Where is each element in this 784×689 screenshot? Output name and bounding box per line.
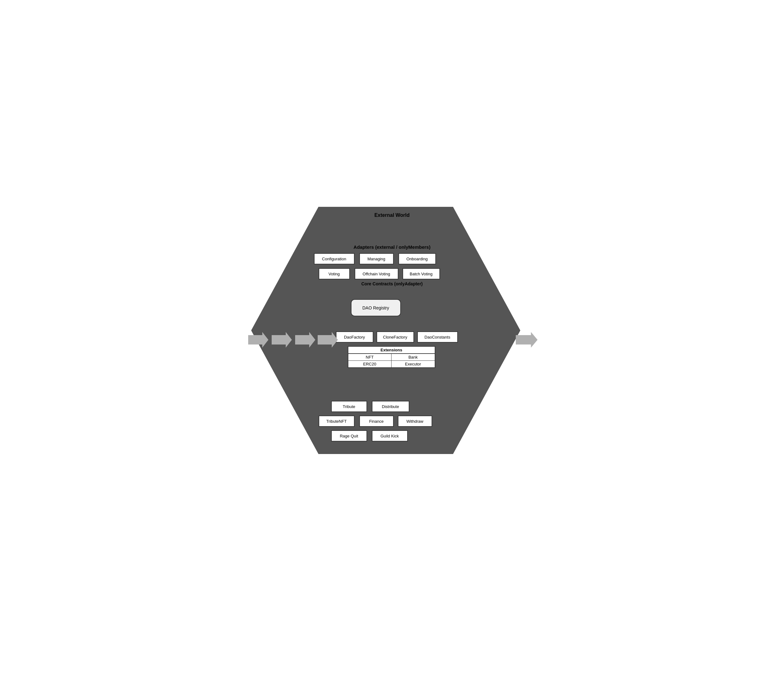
arrow-right-large bbox=[516, 332, 538, 348]
offchain-voting-box: Offchain Voting bbox=[354, 268, 399, 280]
distribute-box: Distribute bbox=[372, 401, 409, 412]
daofactory-box: DaoFactory bbox=[336, 331, 373, 343]
adapters-label: Adapters (external / onlyMembers) bbox=[314, 244, 470, 250]
voting-box: Voting bbox=[319, 268, 350, 280]
managing-box: Managing bbox=[359, 253, 394, 265]
tribute-box: Tribute bbox=[331, 401, 367, 412]
diagram-container: External World Adapters (external / only… bbox=[251, 207, 533, 482]
extensions-row-1: NFT Bank bbox=[348, 354, 435, 360]
extensions-table: Extensions NFT Bank ERC20 Executor bbox=[348, 346, 435, 368]
guildkick-box: Guild Kick bbox=[372, 430, 408, 441]
external-world-label: External World bbox=[251, 212, 533, 218]
ragequit-box: Rage Quit bbox=[331, 430, 367, 441]
ext-executor: Executor bbox=[392, 361, 435, 367]
withdraw-box: Withdraw bbox=[398, 416, 432, 427]
ext-erc20: ERC20 bbox=[348, 361, 392, 367]
ext-bank: Bank bbox=[392, 354, 435, 360]
extensions-header: Extensions bbox=[348, 347, 435, 354]
configuration-box: Configuration bbox=[314, 253, 354, 265]
finance-box: Finance bbox=[359, 416, 394, 427]
tributenft-box: TributeNFT bbox=[319, 416, 354, 427]
batch-voting-box: Batch Voting bbox=[402, 268, 440, 280]
extensions-row-2: ERC20 Executor bbox=[348, 360, 435, 367]
core-contracts-label: Core Contracts (onlyAdapter) bbox=[336, 281, 448, 286]
daoconstants-box: DaoConstants bbox=[417, 331, 458, 343]
external-world-hex-inner bbox=[251, 454, 519, 689]
onboarding-box: Onboarding bbox=[399, 253, 436, 265]
ext-nft: NFT bbox=[348, 354, 392, 360]
clonefactory-box: CloneFactory bbox=[377, 331, 414, 343]
dao-registry-box: DAO Registry bbox=[351, 299, 401, 316]
